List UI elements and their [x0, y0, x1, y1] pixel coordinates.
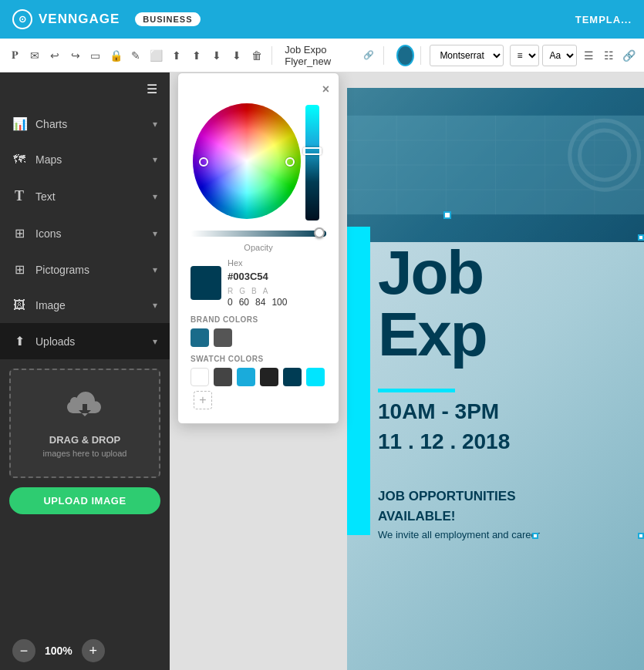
sidebar-item-pictograms[interactable]: ⊞ Pictograms ▾: [0, 251, 170, 288]
hex-fields: Hex #003C54 R G B A 0 60 84 100: [228, 258, 287, 308]
sidebar-item-image[interactable]: 🖼 Image ▾: [0, 288, 170, 323]
rgba-labels: R G B A: [228, 287, 287, 295]
job-time: 10AM - 3PM 11 . 12 . 2018: [378, 396, 510, 456]
zoom-decrease-button[interactable]: −: [12, 639, 35, 662]
drop-text: DRAG & DROP: [23, 434, 147, 446]
business-badge[interactable]: BUSINESS: [135, 12, 200, 26]
color-picker-header: ×: [187, 82, 329, 96]
toolbar-p-icon[interactable]: 𝐏: [6, 45, 23, 66]
align-select[interactable]: ≡: [510, 45, 539, 66]
building-svg: [347, 88, 644, 242]
toolbar-down-arrow1-icon[interactable]: ⬇: [208, 45, 225, 66]
design-canvas: Job Exp 10AM - 3PM 11 . 12 . 2018 JOB OP…: [347, 88, 644, 670]
sidebar-text-label: Text: [35, 190, 56, 203]
swatch-dark-gray[interactable]: [214, 368, 232, 386]
logo-icon: ⊙: [12, 9, 32, 29]
toolbar-undo-icon[interactable]: ↩: [46, 45, 63, 66]
toolbar-delete-icon[interactable]: 🗑: [248, 45, 265, 66]
a-value[interactable]: 100: [271, 297, 287, 308]
r-value[interactable]: 0: [228, 297, 233, 308]
charts-icon: 📊: [12, 116, 26, 131]
brand-name: VENNGAGE: [39, 12, 120, 27]
uploads-chevron: ▾: [153, 336, 157, 347]
toolbar-edit-icon[interactable]: ✎: [127, 45, 144, 66]
sidebar-item-text[interactable]: T Text ▾: [0, 177, 170, 215]
sidebar-pictograms-left: ⊞ Pictograms: [12, 262, 89, 277]
bottom-bar: − 100% +: [0, 631, 170, 670]
opacity-slider[interactable]: [191, 231, 326, 237]
number-list-icon[interactable]: ☷: [601, 45, 618, 66]
sidebar-charts-label: Charts: [35, 118, 67, 130]
font-family-select[interactable]: Montserrat: [430, 45, 504, 66]
swatch-blue[interactable]: [237, 368, 255, 386]
text-chevron: ▾: [153, 191, 157, 202]
add-swatch-button[interactable]: +: [194, 391, 212, 409]
sidebar-uploads-left: ⬆ Uploads: [12, 334, 75, 348]
swatch-white[interactable]: [191, 368, 209, 386]
uploads-panel: DRAG & DROP images here to upload UPLOAD…: [0, 359, 170, 631]
toolbar-up-arrow2-icon[interactable]: ⬆: [188, 45, 205, 66]
b-value[interactable]: 84: [255, 297, 265, 308]
toolbar-up-arrow1-icon[interactable]: ⬆: [168, 45, 185, 66]
a-label: A: [263, 287, 268, 295]
sidebar-item-charts[interactable]: 📊 Charts ▾: [0, 106, 170, 142]
swatch-cyan[interactable]: [306, 368, 325, 386]
swatch-dark-blue[interactable]: [283, 368, 302, 386]
color-wheel-wrapper[interactable]: [193, 103, 301, 222]
link-icon[interactable]: 🔗: [621, 45, 638, 66]
image-chevron: ▾: [153, 300, 157, 311]
time-line1: 10AM - 3PM: [378, 396, 510, 426]
toolbar-redo-icon[interactable]: ↪: [67, 45, 84, 66]
selection-handle-top-right: [443, 211, 451, 219]
time-line2: 11 . 12 . 2018: [378, 426, 510, 456]
brand-swatch-2[interactable]: [214, 328, 232, 347]
toolbar-external-link-icon[interactable]: 🔗: [360, 45, 377, 66]
b-label: B: [251, 287, 257, 295]
zoom-increase-button[interactable]: +: [82, 639, 105, 662]
sidebar-item-icons[interactable]: ⊞ Icons ▾: [0, 215, 170, 251]
brand-swatch-1[interactable]: [191, 328, 209, 347]
job-bottom-subtitle: We invite all employment and career: [378, 529, 540, 540]
sidebar-item-uploads[interactable]: ⬆ Uploads ▾: [0, 323, 170, 359]
color-bar-wrapper[interactable]: [305, 105, 319, 221]
main-layout: ☰ 📊 Charts ▾ 🗺 Maps ▾ T Text ▾ ⊞: [0, 72, 644, 670]
selection-handle-br: [638, 533, 644, 539]
upload-image-button[interactable]: UPLOAD IMAGE: [9, 487, 160, 514]
toolbar-email-icon[interactable]: ✉: [26, 45, 43, 66]
toolbar-lock-icon[interactable]: 🔒: [107, 45, 124, 66]
toolbar: 𝐏 ✉ ↩ ↪ ▭ 🔒 ✎ ⬜ ⬆ ⬆ ⬇ ⬇ 🗑 Job Expo Flyer…: [0, 39, 644, 72]
opacity-row: [187, 231, 329, 237]
color-preview-box: [191, 266, 221, 300]
color-swatch-button[interactable]: [396, 45, 414, 66]
swatch-black[interactable]: [260, 368, 278, 386]
toolbar-divider3: [420, 46, 421, 65]
sidebar-item-maps[interactable]: 🗺 Maps ▾: [0, 142, 170, 177]
toolbar-down-arrow2-icon[interactable]: ⬇: [228, 45, 245, 66]
hex-value[interactable]: #003C54: [228, 271, 287, 282]
pictograms-chevron: ▾: [153, 264, 157, 275]
icons-chevron: ▾: [153, 228, 157, 239]
color-bar: [305, 105, 319, 221]
toolbar-copy-icon[interactable]: ⬜: [147, 45, 164, 66]
color-picker-close-button[interactable]: ×: [322, 82, 329, 96]
cyan-bar: [347, 227, 370, 535]
pictograms-icon: ⊞: [12, 262, 26, 277]
toolbar-divider2: [383, 46, 384, 65]
upload-drop-zone[interactable]: DRAG & DROP images here to upload: [9, 369, 160, 478]
sidebar-menu-icon[interactable]: ☰: [0, 72, 170, 106]
toolbar-rect-icon[interactable]: ▭: [87, 45, 104, 66]
bullet-list-icon[interactable]: ☰: [580, 45, 597, 66]
g-value[interactable]: 60: [239, 297, 249, 308]
font-size-select[interactable]: Aa: [542, 45, 577, 66]
brand-colors-row: [187, 328, 329, 347]
doc-name[interactable]: Job Expo Flyer_new: [285, 44, 356, 67]
hex-row: Hex #003C54 R G B A 0 60 84 100: [187, 258, 329, 308]
job-word: Job: [378, 242, 487, 304]
sidebar-charts-left: 📊 Charts: [12, 116, 67, 131]
job-bottom: JOB OPPORTUNITIES AVAILABLE! We invite a…: [378, 489, 540, 540]
color-picker-popup: ×: [177, 72, 339, 424]
color-wheel-display[interactable]: [193, 103, 301, 219]
sidebar-icons-label: Icons: [35, 227, 61, 240]
color-wheel-container: [193, 101, 324, 224]
sidebar-image-label: Image: [35, 299, 66, 311]
